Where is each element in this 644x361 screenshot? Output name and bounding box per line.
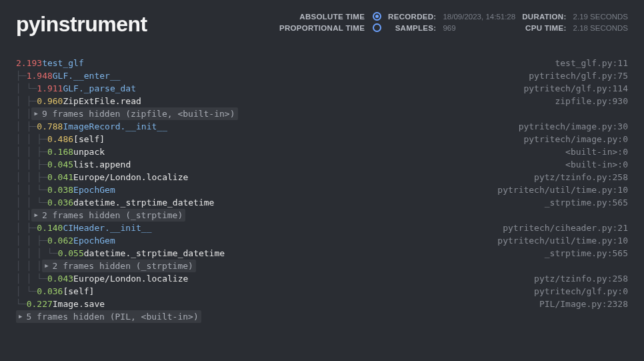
frame-row[interactable]: │ │ ├─ 0.041 Europe/London.localizepytz/… [16,171,628,184]
samples-value: 969 [443,24,515,32]
tree-guide: │ │ └─ [16,196,47,209]
absolute-time-radio[interactable] [373,12,381,21]
hidden-frames-text: 2 frames hidden (_strptime) [42,209,183,222]
frame-time: 0.036 [37,285,63,298]
hidden-frames-text: 2 frames hidden (_strptime) [53,260,193,272]
frame-row[interactable]: │ ├─ 0.960 ZipExtFile.readzipfile.py:930 [16,95,628,107]
frame-time: 0.168 [47,145,73,158]
proportional-time-radio[interactable] [373,23,381,32]
hidden-frames-toggle[interactable]: ▶9 frames hidden (zipfile, <built-in>) [31,107,237,120]
tree-guide: │ │ [16,209,31,222]
frame-time: 0.140 [37,222,63,234]
frame-row[interactable]: │ ├─ 0.788 ImageRecord.__init__pytritech… [16,120,628,133]
hidden-frames-toggle[interactable]: ▶5 frames hidden (PIL, <built-in>) [16,310,201,323]
frame-row[interactable]: │ │ │ └─ 0.055 datetime._strptime_dateti… [16,247,628,260]
duration-label: DURATION: [522,13,566,21]
frame-row[interactable]: │ └─ 1.911 GLF._parse_datpytritech/glf.p… [16,82,628,95]
absolute-time-label[interactable]: ABSOLUTE TIME [279,13,365,21]
frame-location: test_glf.py:11 [555,57,628,69]
hidden-frames-row[interactable]: ▶5 frames hidden (PIL, <built-in>) [16,310,628,323]
frame-name: ZipExtFile.read [63,95,141,107]
frame-row[interactable]: │ │ ├─ 0.062 EpochGempytritech/util/time… [16,234,628,247]
frame-row[interactable]: └─ 0.227 Image.savePIL/Image.py:2328 [16,298,628,310]
frame-name: Image.save [53,298,105,310]
frame-name: [self] [63,285,94,298]
frame-name: list.append [73,158,131,171]
tree-guide: │ └─ [16,82,37,95]
expand-icon: ▶ [34,107,37,120]
frame-location: _strptime.py:565 [545,247,628,260]
frame-time: 0.043 [47,272,73,285]
tree-guide: │ │ ├─ [16,234,47,247]
hidden-frames-toggle[interactable]: ▶2 frames hidden (_strptime) [31,209,185,222]
frame-location: PIL/Image.py:2328 [539,298,628,310]
frame-location: pytritech/ciheader.py:21 [503,222,628,234]
frame-location: <built-in>:0 [565,158,628,171]
frame-row[interactable]: │ │ └─ 0.043 Europe/London.localizepytz/… [16,272,628,285]
samples-label: SAMPLES: [388,24,436,32]
frame-time: 0.788 [37,120,63,133]
frame-location: pytritech/image.py:30 [519,120,628,133]
tree-guide: │ │ ├─ [16,133,47,145]
frame-name: EpochGem [73,184,115,196]
frame-name: datetime._strptime_datetime [73,196,214,209]
frame-row[interactable]: │ ├─ 0.140 CIHeader.__init__pytritech/ci… [16,222,628,234]
frame-location: pytritech/glf.py:75 [529,69,628,82]
tree-guide: │ │ [16,107,31,120]
frame-name: CIHeader.__init__ [63,222,151,234]
frame-location: pytritech/glf.py:114 [523,82,628,95]
frame-row[interactable]: │ │ └─ 0.038 EpochGempytritech/util/time… [16,184,628,196]
frame-time: 0.041 [47,171,73,184]
frame-row[interactable]: │ │ ├─ 0.168 unpack<built-in>:0 [16,145,628,158]
frame-name: Europe/London.localize [73,272,188,285]
tree-guide: │ └─ [16,285,37,298]
frame-row[interactable]: │ │ ├─ 0.486 [self]pytritech/image.py:0 [16,133,628,145]
recorded-value: 18/09/2023, 14:51:28 [443,13,515,21]
app-title: pyinstrument [16,12,147,37]
expand-icon: ▶ [45,260,48,272]
frame-row[interactable]: │ │ └─ 0.036 datetime._strptime_datetime… [16,196,628,209]
frame-location: pytritech/glf.py:0 [534,285,628,298]
frame-location: pytritech/image.py:0 [523,133,628,145]
frame-row[interactable]: ├─ 1.948 GLF.__enter__pytritech/glf.py:7… [16,69,628,82]
frame-time: 0.062 [47,234,73,247]
cpu-time-value: 2.18 SECONDS [573,24,628,32]
frame-row[interactable]: 2.193 test_glftest_glf.py:11 [16,57,628,69]
frame-location: _strptime.py:565 [545,196,628,209]
tree-guide: │ │ ├─ [16,145,47,158]
tree-guide: └─ [16,298,27,310]
hidden-frames-toggle[interactable]: ▶2 frames hidden (_strptime) [42,260,196,272]
frame-name: [self] [73,133,105,145]
tree-guide: │ │ ├─ [16,171,47,184]
tree-guide: │ ├─ [16,222,37,234]
frame-time: 1.948 [27,69,53,82]
hidden-frames-text: 9 frames hidden (zipfile, <built-in>) [42,107,235,120]
frame-time: 0.227 [27,298,53,310]
frame-row[interactable]: │ │ ├─ 0.045 list.append<built-in>:0 [16,158,628,171]
tree-guide: │ │ │ └─ [16,247,58,260]
frame-name: EpochGem [73,234,115,247]
tree-guide: │ │ ├─ [16,158,47,171]
hidden-frames-row[interactable]: │ │ ▶2 frames hidden (_strptime) [16,209,628,222]
frame-time: 0.038 [47,184,73,196]
tree-guide: │ ├─ [16,120,37,133]
tree-guide: │ │ └─ [16,184,47,196]
frame-location: <built-in>:0 [565,145,628,158]
tree-guide: │ │ │ [16,260,42,272]
frame-time: 1.911 [37,82,63,95]
duration-value: 2.19 SECONDS [573,13,628,21]
recorded-label: RECORDED: [388,13,436,21]
frame-location: pytz/tzinfo.py:258 [534,272,628,285]
frame-time: 0.055 [58,247,84,260]
frame-row[interactable]: │ └─ 0.036 [self]pytritech/glf.py:0 [16,285,628,298]
frame-name: ImageRecord.__init__ [63,120,167,133]
frame-name: GLF._parse_dat [63,82,136,95]
frame-location: pytritech/util/time.py:10 [497,234,628,247]
proportional-time-label[interactable]: PROPORTIONAL TIME [279,24,365,32]
hidden-frames-row[interactable]: │ │ ▶9 frames hidden (zipfile, <built-in… [16,107,628,120]
cpu-time-label: CPU TIME: [522,24,566,32]
frame-location: zipfile.py:930 [555,95,628,107]
hidden-frames-row[interactable]: │ │ │ ▶2 frames hidden (_strptime) [16,260,628,272]
hidden-frames-text: 5 frames hidden (PIL, <built-in>) [26,310,198,323]
frame-location: pytritech/util/time.py:10 [497,184,628,196]
